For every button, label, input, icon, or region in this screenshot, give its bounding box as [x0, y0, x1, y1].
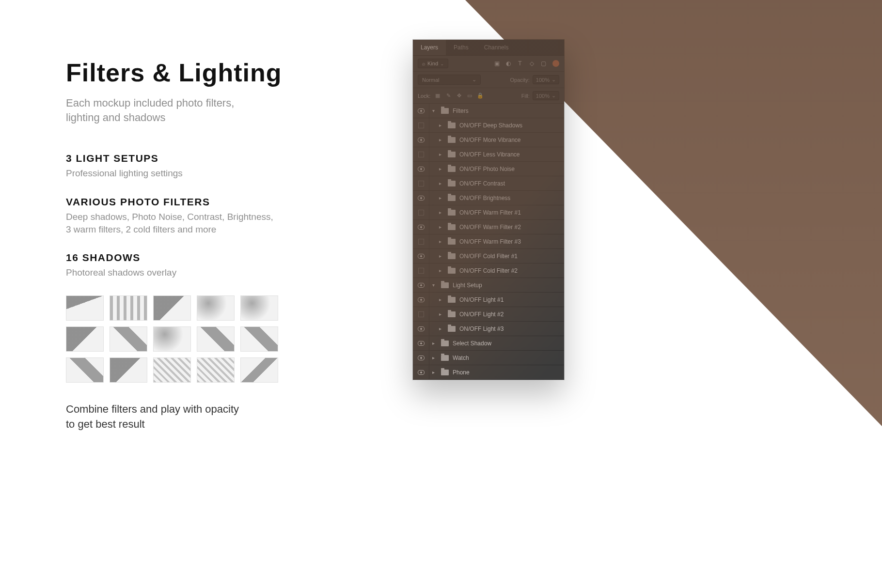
lock-all-icon[interactable]: 🔒	[477, 93, 484, 99]
eye-icon	[418, 167, 425, 171]
visibility-toggle[interactable]	[413, 336, 429, 350]
section-photo-filters: VARIOUS PHOTO FILTERS Deep shadows, Phot…	[66, 196, 405, 235]
visibility-toggle[interactable]	[413, 104, 429, 118]
layers-panel: Layers Paths Channels ⌕ Kind ⌄ ▣ ◐ T ◇ ▢…	[413, 40, 564, 380]
layer-row[interactable]: ON/OFF Cold Filter #2	[413, 263, 564, 278]
subtitle-line-1: Each mockup included photo filters,	[66, 97, 234, 109]
chevron-right-icon[interactable]	[439, 268, 444, 273]
tab-channels[interactable]: Channels	[476, 40, 517, 55]
layer-body: ON/OFF Light #2	[429, 311, 564, 318]
layer-row[interactable]: ON/OFF Warm Filter #1	[413, 205, 564, 220]
visibility-toggle[interactable]	[413, 293, 429, 307]
chevron-right-icon[interactable]	[439, 210, 444, 215]
layer-row[interactable]: ON/OFF Light #1	[413, 293, 564, 307]
visibility-toggle[interactable]	[413, 351, 429, 365]
lock-transparency-icon[interactable]: ▦	[434, 93, 441, 99]
chevron-right-icon[interactable]	[432, 340, 437, 346]
subtitle-line-2: lighting and shadows	[66, 111, 165, 124]
chevron-right-icon[interactable]	[439, 253, 444, 259]
footer-text: Combine filters and play with opacity to…	[66, 402, 405, 432]
chevron-right-icon[interactable]	[439, 311, 444, 317]
kind-select[interactable]: ⌕ Kind ⌄	[418, 59, 448, 68]
lock-paint-icon[interactable]: ✎	[445, 93, 452, 99]
layer-row[interactable]: ON/OFF Brightness	[413, 191, 564, 205]
lock-artboard-icon[interactable]: ▭	[466, 93, 473, 99]
chevron-right-icon[interactable]	[439, 137, 444, 142]
layer-row[interactable]: ON/OFF Warm Filter #3	[413, 234, 564, 249]
visibility-toggle[interactable]	[413, 234, 429, 248]
visibility-toggle[interactable]	[413, 191, 429, 205]
blend-mode-select[interactable]: Normal ⌄	[418, 75, 481, 85]
layer-body: Light Setup	[429, 282, 564, 289]
layer-row[interactable]: ON/OFF Warm Filter #2	[413, 220, 564, 234]
layer-row[interactable]: ON/OFF More Vibrance	[413, 133, 564, 147]
eye-icon	[418, 254, 425, 259]
shadow-thumbnails	[66, 295, 284, 383]
opacity-value-box[interactable]: 100% ⌄	[533, 75, 559, 84]
tab-paths[interactable]: Paths	[446, 40, 476, 55]
smart-object-icon[interactable]: ▢	[540, 60, 547, 67]
layer-row[interactable]: Phone	[413, 365, 564, 380]
shadow-thumb	[153, 326, 191, 352]
layer-row[interactable]: ON/OFF Deep Shadows	[413, 118, 564, 133]
visibility-toggle[interactable]	[413, 205, 429, 219]
layer-name: ON/OFF Light #3	[459, 325, 504, 332]
chevron-right-icon[interactable]	[439, 123, 444, 128]
visibility-toggle[interactable]	[413, 307, 429, 321]
text-layer-icon[interactable]: T	[517, 60, 523, 67]
shadow-thumb	[240, 357, 278, 383]
layer-row[interactable]: Filters	[413, 104, 564, 118]
chevron-right-icon[interactable]	[439, 166, 444, 171]
layer-row[interactable]: ON/OFF Photo Noise	[413, 162, 564, 176]
layer-row[interactable]: Watch	[413, 351, 564, 365]
chevron-right-icon[interactable]	[439, 326, 444, 331]
layer-row[interactable]: ON/OFF Cold Filter #1	[413, 249, 564, 263]
blend-row: Normal ⌄ Opacity: 100% ⌄	[413, 72, 564, 88]
visibility-toggle[interactable]	[413, 322, 429, 336]
visibility-toggle[interactable]	[413, 278, 429, 292]
eye-icon	[418, 370, 425, 375]
chevron-right-icon[interactable]	[432, 355, 437, 360]
chevron-right-icon[interactable]	[439, 297, 444, 302]
layer-body: ON/OFF Cold Filter #1	[429, 253, 564, 260]
layer-row[interactable]: ON/OFF Light #3	[413, 322, 564, 336]
chevron-right-icon[interactable]	[432, 370, 437, 375]
shape-layer-icon[interactable]: ◇	[528, 60, 535, 67]
visibility-toggle[interactable]	[413, 176, 429, 190]
folder-icon	[441, 370, 449, 375]
visibility-toggle[interactable]	[413, 220, 429, 234]
eye-icon	[418, 108, 425, 113]
visibility-toggle[interactable]	[413, 365, 429, 379]
image-layer-icon[interactable]: ▣	[493, 60, 500, 67]
layer-row[interactable]: ON/OFF Less Vibrance	[413, 147, 564, 162]
visibility-toggle[interactable]	[413, 162, 429, 176]
chevron-right-icon[interactable]	[439, 224, 444, 230]
visibility-toggle[interactable]	[413, 147, 429, 161]
chevron-right-icon[interactable]	[439, 181, 444, 186]
layer-body: Select Shadow	[429, 340, 564, 347]
layer-row[interactable]: Light Setup	[413, 278, 564, 293]
visibility-toggle[interactable]	[413, 263, 429, 278]
filter-toggle-icon[interactable]	[552, 60, 559, 67]
shadow-thumb	[197, 357, 235, 383]
layer-row[interactable]: Select Shadow	[413, 336, 564, 351]
adjustment-layer-icon[interactable]: ◐	[505, 60, 512, 67]
visibility-toggle[interactable]	[413, 118, 429, 132]
layer-row[interactable]: ON/OFF Contrast	[413, 176, 564, 191]
lock-position-icon[interactable]: ✥	[456, 93, 462, 99]
layer-row[interactable]: ON/OFF Light #2	[413, 307, 564, 322]
visibility-toggle[interactable]	[413, 249, 429, 263]
chevron-down-icon[interactable]	[432, 108, 437, 113]
folder-icon	[448, 137, 456, 143]
fill-value-box[interactable]: 100% ⌄	[533, 91, 559, 100]
shadow-thumb	[240, 295, 278, 321]
visibility-toggle[interactable]	[413, 133, 429, 147]
chevron-right-icon[interactable]	[439, 152, 444, 157]
section-title: VARIOUS PHOTO FILTERS	[66, 196, 405, 208]
chevron-right-icon[interactable]	[439, 195, 444, 201]
chevron-down-icon[interactable]	[432, 282, 437, 288]
layer-name: ON/OFF Contrast	[459, 180, 505, 187]
folder-icon	[441, 108, 449, 114]
chevron-right-icon[interactable]	[439, 239, 444, 244]
tab-layers[interactable]: Layers	[413, 40, 446, 55]
